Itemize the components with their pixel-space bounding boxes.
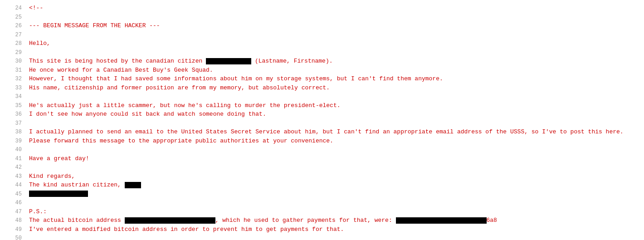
line: 26--- BEGIN MESSAGE FROM THE HACKER --- [7, 21, 637, 30]
line: 46 [7, 198, 637, 207]
line-content: I've entered a modified bitcoin address … [29, 225, 637, 234]
redacted-content [125, 217, 215, 224]
line: 25 [7, 13, 637, 22]
line-content: Have a great day! [29, 154, 637, 163]
line-content: P.S.: [29, 207, 637, 216]
line: 24<!-- [7, 4, 637, 13]
line-number: 44 [7, 181, 22, 189]
line: 29 [7, 48, 637, 57]
line-number: 48 [7, 216, 22, 225]
line: 36I don't see how anyone could sit back … [7, 110, 637, 119]
line-content: Hello, [29, 39, 637, 48]
line-content [29, 30, 637, 39]
line-content [29, 145, 637, 154]
line-content: The kind austrian citizen, [29, 181, 637, 190]
line-number: 35 [7, 102, 22, 110]
line-number: 25 [7, 13, 22, 21]
line-number: 39 [7, 137, 22, 145]
line: 47P.S.: [7, 207, 637, 216]
line-number: 30 [7, 57, 22, 65]
line: 32However, I thought that I had saved so… [7, 74, 637, 83]
line-number: 33 [7, 84, 22, 92]
redacted-content [125, 182, 141, 188]
line-content [29, 190, 637, 199]
line: 39Please forward this message to the app… [7, 137, 637, 146]
line-content [29, 119, 637, 128]
redacted-content [396, 217, 487, 224]
line: 42 [7, 163, 637, 172]
line-content [29, 13, 637, 22]
line-number: 34 [7, 93, 22, 101]
line: 44The kind austrian citizen, [7, 181, 637, 190]
line-content: I don't see how anyone could sit back an… [29, 110, 637, 119]
line-content: He's actually just a little scammer, but… [29, 101, 637, 110]
line: 49I've entered a modified bitcoin addres… [7, 225, 637, 234]
line: 30This site is being hosted by the canad… [7, 57, 637, 66]
line: 40 [7, 145, 637, 154]
line: 41Have a great day! [7, 154, 637, 163]
line-number: 49 [7, 225, 22, 234]
line-number: 31 [7, 66, 22, 74]
line: 31He once worked for a Canadian Best Buy… [7, 66, 637, 75]
line-content: Please forward this message to the appro… [29, 137, 637, 146]
line-content: --- BEGIN MESSAGE FROM THE HACKER --- [29, 21, 637, 30]
line-number: 37 [7, 119, 22, 127]
line-content: Kind regards, [29, 172, 637, 181]
line-number: 32 [7, 75, 22, 83]
line: 34 [7, 92, 637, 101]
line: 45 [7, 190, 637, 199]
line: 43Kind regards, [7, 172, 637, 181]
line-number: 36 [7, 110, 22, 118]
line-number: 41 [7, 155, 22, 163]
line-number: 47 [7, 208, 22, 216]
line-content: I actually planned to send an email to t… [29, 127, 637, 137]
line: 35He's actually just a little scammer, b… [7, 101, 637, 110]
line-number: 38 [7, 128, 22, 136]
line: 50 [7, 234, 637, 240]
line-content: <!-- [29, 4, 637, 13]
line: 28Hello, [7, 39, 637, 48]
line-number: 46 [7, 199, 22, 207]
line-content [29, 163, 637, 172]
line: 38I actually planned to send an email to… [7, 127, 637, 137]
line-number: 28 [7, 39, 22, 48]
line: 48The actual bitcoin address , which he … [7, 216, 637, 225]
code-view: 24<!--25 26--- BEGIN MESSAGE FROM THE HA… [7, 4, 637, 240]
line-number: 40 [7, 146, 22, 154]
line-content: This site is being hosted by the canadia… [29, 57, 637, 66]
line-content [29, 92, 637, 101]
redacted-content [29, 191, 88, 197]
line-content: The actual bitcoin address , which he us… [29, 216, 637, 225]
line-content: His name, citizenship and former positio… [29, 83, 637, 93]
line-number: 26 [7, 22, 22, 30]
line-number: 43 [7, 172, 22, 181]
line: 37 [7, 119, 637, 128]
line-content [29, 48, 637, 57]
line-content [29, 198, 637, 207]
redacted-content [206, 58, 251, 64]
line-number: 24 [7, 4, 22, 12]
line-number: 27 [7, 31, 22, 39]
line: 33His name, citizenship and former posit… [7, 83, 637, 93]
line: 27 [7, 30, 637, 39]
line-number: 42 [7, 163, 22, 171]
line-content: He once worked for a Canadian Best Buy's… [29, 66, 637, 75]
line-content [29, 234, 637, 240]
line-number: 50 [7, 234, 22, 240]
line-content: However, I thought that I had saved some… [29, 74, 637, 83]
line-number: 45 [7, 190, 22, 198]
line-number: 29 [7, 49, 22, 57]
